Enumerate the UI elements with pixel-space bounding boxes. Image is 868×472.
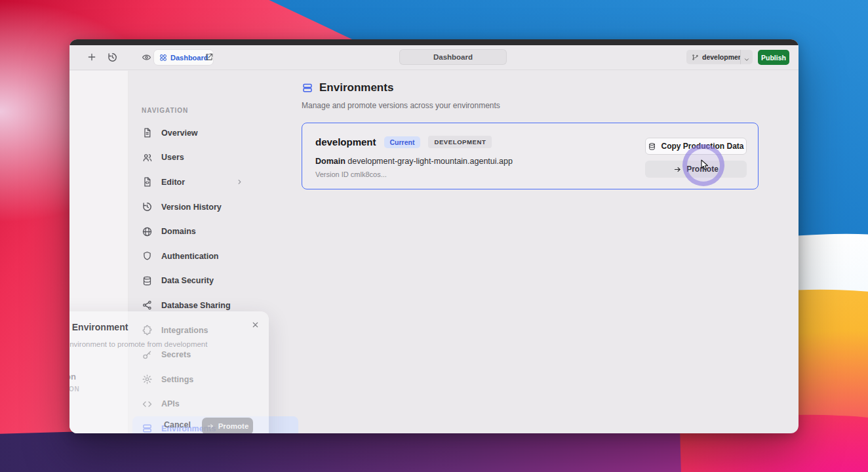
domain-row: Domain development-gray-light-mountain.a…: [315, 157, 513, 166]
modal-option-production-badge: PRODUCTION: [69, 385, 79, 393]
globe-icon: [142, 226, 153, 237]
current-badge: Current: [384, 136, 421, 148]
sidebar-item-authentication[interactable]: Authentication: [132, 244, 298, 269]
modal-cancel-button[interactable]: Cancel: [164, 420, 191, 429]
chevron-down-icon: [743, 54, 750, 60]
promote-button-label: Promote: [686, 165, 719, 174]
version-value: cmlk8cos...: [351, 170, 387, 178]
page-title-pill: Dashboard: [399, 49, 507, 65]
domain-value: development-gray-light-mountain.agentui.…: [347, 157, 513, 166]
version-label: Version ID: [315, 170, 349, 178]
page-header: Environments: [302, 81, 393, 94]
sidebar-item-domains[interactable]: Domains: [132, 219, 298, 244]
modal-title: Promote to Environment: [69, 322, 128, 332]
page-title: Environments: [319, 81, 393, 94]
eye-icon[interactable]: [142, 52, 151, 62]
users-icon: [142, 152, 153, 163]
app-window: Dashboard Dashboard development Publish …: [69, 39, 799, 433]
page-subtitle: Manage and promote versions across your …: [302, 101, 500, 110]
sidebar-item-label: Overview: [161, 128, 198, 138]
database-icon: [142, 275, 153, 286]
environment-name: development: [315, 136, 376, 148]
history-icon[interactable]: [107, 52, 118, 63]
arrow-right-icon: [207, 422, 214, 430]
modal-promote-label: Promote: [218, 422, 249, 430]
environment-selector-label: development: [702, 53, 745, 61]
sidebar-item-label: Domains: [161, 227, 196, 236]
arrow-right-icon: [673, 165, 682, 174]
external-link-icon[interactable]: [205, 52, 214, 62]
sidebar-section-label: NAVIGATION: [142, 107, 188, 114]
sidebar-item-users[interactable]: Users: [132, 146, 298, 170]
promote-button[interactable]: Promote: [645, 161, 747, 178]
toolbar: Dashboard Dashboard development Publish: [69, 45, 799, 70]
grid-icon: [159, 54, 167, 62]
sidebar-item-label: Version History: [161, 203, 222, 212]
file-icon: [142, 127, 153, 138]
modal-description: Select target environment to promote fro…: [69, 340, 207, 348]
sidebar-item-label: Authentication: [161, 252, 219, 261]
environment-card: development Current DEVELOPMENT Domain d…: [302, 123, 759, 189]
branch-icon: [692, 54, 699, 61]
sidebar-item-version-history[interactable]: Version History: [132, 195, 298, 220]
shield-icon: [142, 250, 153, 262]
modal-option-production[interactable]: production: [69, 372, 76, 382]
sidebar-item-label: Users: [161, 153, 184, 162]
history-icon: [142, 201, 153, 212]
sidebar-item-editor[interactable]: Editor: [132, 170, 298, 195]
share-icon: [142, 300, 153, 311]
plus-icon[interactable]: [87, 52, 97, 62]
sidebar-item-label: Data Security: [161, 276, 214, 285]
modal-promote-button[interactable]: Promote: [202, 418, 253, 433]
sidebar-item-label: Editor: [161, 178, 185, 187]
sidebar-item-label: Database Sharing: [161, 301, 231, 310]
window-titlebar: [69, 39, 799, 45]
copy-production-data-label: Copy Production Data: [661, 142, 743, 151]
environment-card-header: development Current DEVELOPMENT: [315, 136, 492, 148]
environment-type-badge: DEVELOPMENT: [428, 136, 492, 148]
domain-label: Domain: [315, 157, 345, 166]
file-code-icon: [142, 176, 153, 187]
copy-production-data-button[interactable]: Copy Production Data: [645, 138, 747, 155]
layers-icon: [302, 82, 313, 94]
sidebar-item-data-security[interactable]: Data Security: [132, 269, 298, 294]
database-icon: [648, 142, 656, 151]
chevron-right-icon: [236, 178, 243, 186]
desktop: Dashboard Dashboard development Publish …: [0, 0, 868, 472]
version-row: Version ID cmlk8cos...: [315, 170, 387, 178]
sidebar-item-overview[interactable]: Overview: [132, 121, 298, 146]
tab-dashboard-label: Dashboard: [170, 54, 208, 62]
publish-button[interactable]: Publish: [758, 50, 789, 65]
promote-modal: Promote to Environment Select target env…: [69, 311, 269, 433]
environment-selector-chevron[interactable]: [740, 50, 753, 64]
close-icon[interactable]: [251, 321, 260, 329]
